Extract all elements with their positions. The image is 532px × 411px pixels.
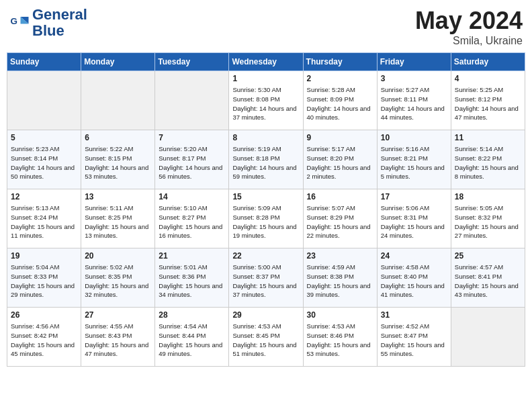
day-number: 22 [232, 251, 299, 261]
day-info: Sunrise: 4:54 AMSunset: 8:44 PMDaylight:… [159, 322, 225, 359]
day-info: Sunrise: 5:00 AMSunset: 8:37 PMDaylight:… [232, 263, 299, 300]
day-number: 10 [381, 133, 447, 142]
day-info: Sunrise: 5:28 AMSunset: 8:09 PMDaylight:… [307, 85, 373, 122]
day-number: 28 [159, 310, 225, 320]
day-info: Sunrise: 4:57 AMSunset: 8:41 PMDaylight:… [455, 263, 521, 300]
day-info: Sunrise: 5:16 AMSunset: 8:21 PMDaylight:… [381, 144, 447, 181]
day-info: Sunrise: 5:27 AMSunset: 8:11 PMDaylight:… [381, 85, 447, 122]
day-number: 15 [232, 192, 299, 201]
calendar-cell: 30Sunrise: 4:53 AMSunset: 8:46 PMDayligh… [303, 308, 377, 367]
logo-line1: General [32, 6, 87, 23]
calendar-cell: 24Sunrise: 4:58 AMSunset: 8:40 PMDayligh… [377, 248, 451, 308]
calendar-cell: 11Sunrise: 5:14 AMSunset: 8:22 PMDayligh… [451, 130, 525, 189]
header-monday: Monday [81, 53, 155, 71]
day-info: Sunrise: 5:02 AMSunset: 8:35 PMDaylight:… [85, 263, 151, 300]
day-number: 23 [307, 251, 373, 261]
day-info: Sunrise: 4:55 AMSunset: 8:43 PMDaylight:… [85, 322, 151, 359]
calendar-cell: 21Sunrise: 5:01 AMSunset: 8:36 PMDayligh… [155, 248, 229, 308]
title-location: Smila, Ukraine [415, 35, 523, 47]
day-number: 24 [381, 251, 447, 261]
day-info: Sunrise: 4:52 AMSunset: 8:47 PMDaylight:… [381, 322, 447, 359]
day-info: Sunrise: 4:59 AMSunset: 8:38 PMDaylight:… [307, 263, 373, 300]
day-number: 12 [11, 192, 77, 201]
header-friday: Friday [377, 53, 451, 71]
day-info: Sunrise: 5:20 AMSunset: 8:17 PMDaylight:… [159, 144, 225, 181]
calendar-cell: 2Sunrise: 5:28 AMSunset: 8:09 PMDaylight… [303, 71, 377, 130]
header-thursday: Thursday [303, 53, 377, 71]
day-number: 11 [455, 133, 521, 142]
day-info: Sunrise: 5:04 AMSunset: 8:33 PMDaylight:… [11, 263, 77, 300]
calendar-cell: 12Sunrise: 5:13 AMSunset: 8:24 PMDayligh… [7, 189, 81, 248]
calendar-cell: 28Sunrise: 4:54 AMSunset: 8:44 PMDayligh… [155, 308, 229, 367]
calendar-cell: 3Sunrise: 5:27 AMSunset: 8:11 PMDaylight… [377, 71, 451, 130]
day-info: Sunrise: 5:30 AMSunset: 8:08 PMDaylight:… [232, 85, 299, 122]
calendar-cell [451, 308, 525, 367]
week-row-5: 26Sunrise: 4:56 AMSunset: 8:42 PMDayligh… [7, 308, 525, 367]
calendar-cell: 5Sunrise: 5:23 AMSunset: 8:14 PMDaylight… [7, 130, 81, 189]
svg-text:G: G [11, 16, 18, 26]
day-info: Sunrise: 5:19 AMSunset: 8:18 PMDaylight:… [232, 144, 299, 181]
day-number: 31 [381, 310, 447, 320]
calendar-cell: 25Sunrise: 4:57 AMSunset: 8:41 PMDayligh… [451, 248, 525, 308]
day-number: 26 [11, 310, 77, 320]
day-number: 18 [455, 192, 521, 201]
day-info: Sunrise: 4:53 AMSunset: 8:46 PMDaylight:… [307, 322, 373, 359]
day-number: 1 [232, 74, 299, 83]
calendar-cell: 13Sunrise: 5:11 AMSunset: 8:25 PMDayligh… [81, 189, 155, 248]
logo: G General Blue [9, 7, 87, 39]
day-number: 6 [85, 133, 151, 142]
logo-line2: Blue [32, 22, 64, 39]
day-info: Sunrise: 5:07 AMSunset: 8:29 PMDaylight:… [307, 203, 373, 240]
calendar-cell: 6Sunrise: 5:22 AMSunset: 8:15 PMDaylight… [81, 130, 155, 189]
title-block: May 2024 Smila, Ukraine [415, 7, 523, 47]
day-info: Sunrise: 5:11 AMSunset: 8:25 PMDaylight:… [85, 203, 151, 240]
calendar-cell: 1Sunrise: 5:30 AMSunset: 8:08 PMDaylight… [229, 71, 303, 130]
header-saturday: Saturday [451, 53, 525, 71]
day-number: 29 [232, 310, 299, 320]
calendar-cell: 18Sunrise: 5:05 AMSunset: 8:32 PMDayligh… [451, 189, 525, 248]
title-month: May 2024 [415, 7, 523, 35]
day-info: Sunrise: 5:17 AMSunset: 8:20 PMDaylight:… [307, 144, 373, 181]
calendar-cell: 31Sunrise: 4:52 AMSunset: 8:47 PMDayligh… [377, 308, 451, 367]
logo-icon: G [9, 13, 30, 33]
day-info: Sunrise: 5:01 AMSunset: 8:36 PMDaylight:… [159, 263, 225, 300]
day-number: 13 [85, 192, 151, 201]
day-number: 9 [307, 133, 373, 142]
day-number: 4 [455, 74, 521, 83]
day-number: 19 [11, 251, 77, 261]
calendar-cell: 15Sunrise: 5:09 AMSunset: 8:28 PMDayligh… [229, 189, 303, 248]
calendar-cell: 4Sunrise: 5:25 AMSunset: 8:12 PMDaylight… [451, 71, 525, 130]
day-info: Sunrise: 5:13 AMSunset: 8:24 PMDaylight:… [11, 203, 77, 240]
week-row-1: 1Sunrise: 5:30 AMSunset: 8:08 PMDaylight… [7, 71, 525, 130]
calendar-cell: 8Sunrise: 5:19 AMSunset: 8:18 PMDaylight… [229, 130, 303, 189]
day-number: 30 [307, 310, 373, 320]
day-info: Sunrise: 5:05 AMSunset: 8:32 PMDaylight:… [455, 203, 521, 240]
day-info: Sunrise: 5:14 AMSunset: 8:22 PMDaylight:… [455, 144, 521, 181]
header-sunday: Sunday [7, 53, 81, 71]
logo-text: General Blue [32, 7, 87, 39]
day-info: Sunrise: 5:23 AMSunset: 8:14 PMDaylight:… [11, 144, 77, 181]
calendar-cell: 9Sunrise: 5:17 AMSunset: 8:20 PMDaylight… [303, 130, 377, 189]
calendar-cell: 14Sunrise: 5:10 AMSunset: 8:27 PMDayligh… [155, 189, 229, 248]
calendar-cell: 17Sunrise: 5:06 AMSunset: 8:31 PMDayligh… [377, 189, 451, 248]
day-number: 14 [159, 192, 225, 201]
calendar-cell: 10Sunrise: 5:16 AMSunset: 8:21 PMDayligh… [377, 130, 451, 189]
header-wednesday: Wednesday [229, 53, 303, 71]
calendar-cell: 7Sunrise: 5:20 AMSunset: 8:17 PMDaylight… [155, 130, 229, 189]
calendar-cell: 20Sunrise: 5:02 AMSunset: 8:35 PMDayligh… [81, 248, 155, 308]
calendar-cell [7, 71, 81, 130]
day-number: 16 [307, 192, 373, 201]
calendar-cell: 27Sunrise: 4:55 AMSunset: 8:43 PMDayligh… [81, 308, 155, 367]
calendar-cell: 19Sunrise: 5:04 AMSunset: 8:33 PMDayligh… [7, 248, 81, 308]
day-info: Sunrise: 5:10 AMSunset: 8:27 PMDaylight:… [159, 203, 225, 240]
calendar-cell: 29Sunrise: 4:53 AMSunset: 8:45 PMDayligh… [229, 308, 303, 367]
calendar-cell: 23Sunrise: 4:59 AMSunset: 8:38 PMDayligh… [303, 248, 377, 308]
day-number: 21 [159, 251, 225, 261]
day-number: 3 [381, 74, 447, 83]
calendar-cell: 22Sunrise: 5:00 AMSunset: 8:37 PMDayligh… [229, 248, 303, 308]
day-number: 27 [85, 310, 151, 320]
day-info: Sunrise: 4:53 AMSunset: 8:45 PMDaylight:… [232, 322, 299, 359]
day-info: Sunrise: 5:22 AMSunset: 8:15 PMDaylight:… [85, 144, 151, 181]
header-tuesday: Tuesday [155, 53, 229, 71]
week-row-3: 12Sunrise: 5:13 AMSunset: 8:24 PMDayligh… [7, 189, 525, 248]
